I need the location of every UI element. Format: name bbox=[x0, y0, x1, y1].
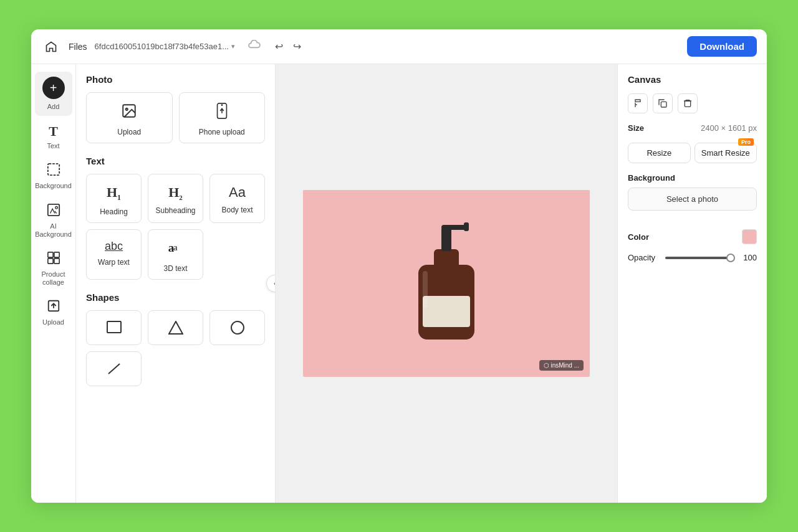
sidebar-item-upload[interactable]: Upload bbox=[35, 294, 72, 331]
photo-grid: Upload Phone upload bbox=[86, 92, 265, 143]
background-label: Background bbox=[35, 182, 72, 190]
subheading-card[interactable]: H2 Subheading bbox=[148, 174, 203, 223]
svg-rect-23 bbox=[464, 222, 469, 231]
delete-button[interactable] bbox=[678, 93, 698, 113]
size-section: Size 2400 × 1601 px bbox=[628, 123, 757, 133]
warp-text-card[interactable]: abc Warp text bbox=[86, 229, 142, 280]
shapes-grid bbox=[86, 310, 265, 386]
svg-point-2 bbox=[55, 206, 57, 209]
text-grid: H1 Heading H2 Subheading Aa Body text ab… bbox=[86, 174, 265, 280]
svg-rect-26 bbox=[685, 101, 690, 107]
svg-line-17 bbox=[108, 364, 120, 374]
svg-rect-14 bbox=[107, 321, 121, 333]
smart-resize-button[interactable]: Smart ResizePro bbox=[695, 143, 757, 163]
sidebar-item-add[interactable]: + Add bbox=[35, 72, 72, 116]
right-panel: Canvas bbox=[617, 64, 767, 503]
opacity-slider-fill bbox=[665, 257, 731, 259]
sidebar-item-ai-background[interactable]: AI Background bbox=[35, 198, 72, 244]
heading-icon: H1 bbox=[107, 184, 121, 202]
heading-label: Heading bbox=[100, 207, 128, 216]
photo-section-title: Photo bbox=[86, 74, 265, 85]
upload-card[interactable]: Upload bbox=[86, 92, 173, 143]
shape-rectangle-card[interactable] bbox=[86, 310, 142, 345]
subheading-icon: H2 bbox=[168, 184, 183, 201]
undo-button[interactable]: ↩ bbox=[271, 38, 287, 55]
sidebar-item-text[interactable]: T Text bbox=[35, 118, 72, 155]
ai-background-icon bbox=[47, 203, 60, 220]
opacity-row: Opacity 100 bbox=[628, 253, 757, 262]
canvas[interactable]: ⬡ insMind ... bbox=[303, 190, 590, 377]
phone-upload-label: Phone upload bbox=[199, 128, 245, 136]
product-image bbox=[390, 209, 502, 358]
heading-card[interactable]: H1 Heading bbox=[86, 174, 142, 223]
resize-button[interactable]: Resize bbox=[628, 143, 691, 163]
select-photo-button[interactable]: Select a photo bbox=[628, 188, 757, 211]
body-text-label: Body text bbox=[221, 206, 252, 214]
phone-upload-card[interactable]: Phone upload bbox=[179, 92, 266, 143]
upload-label: Upload bbox=[42, 318, 64, 326]
3d-text-card[interactable]: a a 3D text bbox=[148, 229, 203, 280]
sidebar-item-product-collage[interactable]: Product collage bbox=[35, 246, 72, 292]
upload-card-label: Upload bbox=[117, 128, 141, 136]
duplicate-button[interactable] bbox=[653, 93, 673, 113]
upload-card-icon bbox=[121, 103, 137, 123]
ai-background-label: AI Background bbox=[35, 222, 72, 239]
3d-text-label: 3D text bbox=[163, 264, 187, 273]
color-label: Color bbox=[628, 232, 649, 242]
download-button[interactable]: Download bbox=[687, 36, 757, 57]
svg-rect-4 bbox=[54, 252, 59, 257]
svg-rect-1 bbox=[47, 204, 59, 215]
undo-redo-group: ↩ ↪ bbox=[271, 38, 305, 55]
warp-text-icon: abc bbox=[105, 240, 123, 253]
warp-text-label: Warp text bbox=[98, 258, 130, 267]
color-swatch[interactable] bbox=[742, 229, 757, 244]
text-icon: T bbox=[49, 123, 58, 140]
add-panel: Photo Upload bbox=[76, 64, 276, 503]
svg-rect-19 bbox=[423, 296, 470, 327]
color-row: Color bbox=[628, 229, 757, 244]
sidebar-item-background[interactable]: Background bbox=[35, 158, 72, 195]
add-label: Add bbox=[47, 103, 60, 111]
svg-point-16 bbox=[231, 321, 244, 334]
product-collage-label: Product collage bbox=[37, 270, 70, 287]
filename-display[interactable]: 6fdcd160051019bc18f73b4fe53ae1... ▾ bbox=[95, 42, 235, 51]
3d-text-icon: a a bbox=[168, 240, 184, 259]
text-label: Text bbox=[47, 142, 59, 150]
svg-rect-0 bbox=[47, 164, 59, 175]
home-button[interactable] bbox=[41, 37, 61, 57]
shape-line-card[interactable] bbox=[86, 351, 142, 386]
triangle-icon bbox=[168, 321, 183, 338]
topbar: Files 6fdcd160051019bc18f73b4fe53ae1... … bbox=[31, 29, 767, 64]
chevron-down-icon: ▾ bbox=[231, 42, 235, 50]
format-paint-button[interactable] bbox=[628, 93, 648, 113]
pro-badge: Pro bbox=[738, 138, 754, 146]
size-value: 2400 × 1601 px bbox=[701, 123, 757, 133]
files-link[interactable]: Files bbox=[69, 42, 87, 52]
background-section-label: Background bbox=[628, 173, 757, 183]
add-icon: + bbox=[42, 77, 65, 99]
line-icon bbox=[107, 362, 122, 379]
background-icon bbox=[47, 163, 60, 179]
opacity-label: Opacity bbox=[628, 253, 660, 262]
svg-rect-5 bbox=[47, 259, 52, 264]
shape-circle-card[interactable] bbox=[209, 310, 265, 345]
opacity-slider[interactable] bbox=[665, 257, 734, 259]
svg-rect-6 bbox=[54, 259, 59, 264]
svg-marker-15 bbox=[169, 321, 183, 334]
svg-rect-24 bbox=[423, 271, 428, 308]
redo-button[interactable]: ↪ bbox=[289, 38, 305, 55]
svg-point-9 bbox=[126, 108, 128, 110]
shape-triangle-card[interactable] bbox=[148, 310, 203, 345]
body-text-icon: Aa bbox=[229, 184, 246, 201]
circle-icon bbox=[231, 321, 244, 338]
body-text-card[interactable]: Aa Body text bbox=[209, 174, 265, 223]
subheading-label: Subheading bbox=[155, 206, 195, 215]
text-section-title: Text bbox=[86, 156, 265, 166]
svg-rect-21 bbox=[441, 227, 451, 251]
canvas-panel-title: Canvas bbox=[628, 74, 757, 85]
phone-upload-icon bbox=[215, 103, 229, 123]
panel-collapse-button[interactable]: ‹ bbox=[266, 275, 276, 292]
svg-text:a: a bbox=[173, 244, 177, 253]
product-collage-icon bbox=[47, 251, 60, 268]
background-section: Background Select a photo bbox=[628, 173, 757, 219]
